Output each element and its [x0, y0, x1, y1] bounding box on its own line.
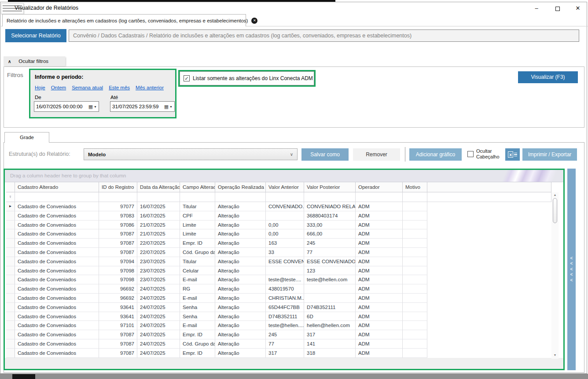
grid-cell[interactable]: ADM	[356, 202, 403, 211]
grid-cell[interactable]: CONVENIADO RELA...	[304, 202, 356, 211]
grid-cell[interactable]: 438019570	[266, 284, 304, 294]
table-row[interactable]: Cadastro de Conveniados9669224/07/2025E-…	[5, 294, 563, 303]
grid-cell[interactable]: 97087	[99, 229, 137, 239]
select-report-button[interactable]: Selecionar Relatório	[5, 29, 66, 42]
grid-cell[interactable]: Cód. Grupo da E...	[180, 339, 215, 349]
grid-cell[interactable]	[403, 275, 427, 284]
grid-cell[interactable]: Titular	[180, 202, 215, 211]
grid-cell[interactable]: ADM	[356, 339, 403, 349]
grid-cell[interactable]: Alteração	[215, 211, 266, 221]
table-row[interactable]: Cadastro de Conveniados9364124/07/2025Se…	[5, 312, 563, 321]
table-row[interactable]: Cadastro de Conveniados9708621/07/2025Li…	[5, 221, 563, 230]
grid-cell[interactable]: ADM	[356, 312, 403, 321]
grid-cell[interactable]: Cadastro de Conveniados	[15, 266, 99, 276]
grid-cell[interactable]: teste@teste....	[266, 275, 304, 284]
grid-cell[interactable]	[403, 202, 427, 211]
grid-cell[interactable]	[403, 229, 427, 239]
table-row[interactable]: Cadastro de Conveniados9364124/07/2025Se…	[5, 303, 563, 312]
grid-cell[interactable]: ADM	[356, 284, 403, 294]
grid-cell[interactable]: Alteração	[215, 257, 266, 266]
grid-cell[interactable]: Cadastro de Conveniados	[15, 349, 99, 358]
grid-cell[interactable]: 22/07/2025	[137, 239, 180, 248]
table-row[interactable]: Cadastro de Conveniados9708724/07/2025Em…	[5, 349, 563, 358]
grid-cell[interactable]: Cadastro de Conveniados	[15, 221, 99, 230]
grid-cell[interactable]: Alteração	[215, 349, 266, 358]
grid-cell[interactable]: Alteração	[215, 239, 266, 248]
grid-cell[interactable]: Cadastro de Conveniados	[15, 211, 99, 221]
adm-checkbox[interactable]: ✓	[184, 75, 190, 81]
table-row[interactable]: Cadastro de Conveniados9708721/07/2025Li…	[5, 229, 563, 239]
add-chart-button[interactable]: Adicionar gráfico	[409, 148, 462, 161]
grid-cell[interactable]: ADM	[356, 349, 403, 358]
grid-cell[interactable]: 0,00	[266, 221, 304, 230]
calendar-icon[interactable]: ▦	[164, 104, 169, 110]
scrollbar-thumb[interactable]	[553, 198, 557, 223]
grid-cell[interactable]: ESSE CONVENIADO ...	[304, 257, 356, 266]
grid-cell[interactable]: CONVENIADO...	[266, 202, 304, 211]
minimize-button[interactable]: –	[530, 4, 543, 13]
grid-cell[interactable]: 97098	[99, 266, 137, 276]
dropdown-arrow-icon[interactable]: ▼	[94, 105, 97, 108]
grid-cell[interactable]: 93641	[99, 303, 137, 312]
period-link[interactable]: Semana atual	[72, 85, 103, 90]
grid-cell[interactable]: Alteração	[215, 248, 266, 257]
grid-cell[interactable]: ADM	[356, 257, 403, 266]
grid-cell[interactable]: 24/07/2025	[137, 349, 180, 358]
grid-cell[interactable]: 93641	[99, 312, 137, 321]
grid-cell[interactable]: 77	[304, 248, 356, 257]
grid-cell[interactable]: CPF	[180, 211, 215, 221]
column-header[interactable]: Cadastro Alterado	[15, 182, 99, 192]
grid-cell[interactable]: ADM	[356, 275, 403, 284]
period-link[interactable]: Mês anterior	[136, 85, 164, 90]
filter-cell[interactable]	[180, 192, 215, 202]
table-row[interactable]: Cadastro de Conveniados9708722/07/2025Em…	[5, 239, 563, 248]
grid-cell[interactable]: ADM	[356, 294, 403, 303]
filter-cell[interactable]	[304, 192, 356, 202]
grid-cell[interactable]: Cadastro de Conveniados	[15, 257, 99, 266]
grid-cell[interactable]: 123	[304, 266, 356, 276]
grid-cell[interactable]: Celular	[180, 266, 215, 276]
grid-cell[interactable]: 24/07/2025	[137, 303, 180, 312]
column-header[interactable]: Campo Alterado	[180, 182, 215, 192]
grid-cell[interactable]: ADM	[356, 266, 403, 276]
grid-cell[interactable]: 21/07/2025	[137, 229, 180, 239]
grid-cell[interactable]: Alteração	[215, 330, 266, 339]
table-row[interactable]: Cadastro de Conveniados9709823/07/2025E-…	[5, 275, 563, 284]
grid-cell[interactable]: ADM	[356, 229, 403, 239]
table-row[interactable]: Cadastro de Conveniados9708724/07/2025Có…	[5, 339, 563, 349]
grid-cell[interactable]: 96692	[99, 294, 137, 303]
grid-cell[interactable]: ADM	[356, 303, 403, 312]
grid-cell[interactable]	[403, 221, 427, 230]
scroll-up-icon[interactable]: ▲	[551, 193, 559, 196]
grid-cell[interactable]: 97086	[99, 221, 137, 230]
grid-cell[interactable]	[403, 330, 427, 339]
grid-cell[interactable]: 23/07/2025	[137, 275, 180, 284]
grid-cell[interactable]	[266, 211, 304, 221]
grid-cell[interactable]: Titular	[180, 257, 215, 266]
filter-pin-icon[interactable]: ♀	[6, 192, 15, 202]
collapse-panel-button[interactable]: <<<<<	[567, 169, 576, 370]
print-export-button[interactable]: Imprimir / Exportar	[522, 148, 577, 161]
grid-cell[interactable]: 97077	[99, 202, 137, 211]
close-button[interactable]: ✕	[571, 4, 584, 13]
grid-cell[interactable]: hellen@hellen.com	[304, 321, 356, 330]
grid-cell[interactable]: 16/07/2025	[137, 211, 180, 221]
grid-cell[interactable]: 97101	[99, 321, 137, 330]
grid-cell[interactable]: 6D	[304, 312, 356, 321]
column-header[interactable]: Operador	[356, 182, 403, 192]
grid-cell[interactable]: Cadastro de Conveniados	[15, 275, 99, 284]
grid-cell[interactable]: D74B352111	[304, 303, 356, 312]
filter-cell[interactable]	[356, 192, 403, 202]
grid-cell[interactable]: Cadastro de Conveniados	[15, 312, 99, 321]
grid-cell[interactable]: Limite	[180, 221, 215, 230]
filter-cell[interactable]	[403, 192, 427, 202]
from-date-input[interactable]: 16/07/2025 00:00:00 ▦ ▼	[34, 101, 99, 112]
grid-cell[interactable]	[403, 284, 427, 294]
grid-cell[interactable]: 97094	[99, 257, 137, 266]
grid-cell[interactable]: 24/07/2025	[137, 321, 180, 330]
table-row[interactable]: Cadastro de Conveniados9708724/07/2025Em…	[5, 330, 563, 339]
excel-export-button[interactable]: x	[505, 148, 520, 161]
column-header[interactable]: Operação Realizada	[215, 182, 266, 192]
grid-vertical-scrollbar[interactable]: ▲ ▼	[551, 192, 559, 359]
grid-cell[interactable]: 24/07/2025	[137, 312, 180, 321]
